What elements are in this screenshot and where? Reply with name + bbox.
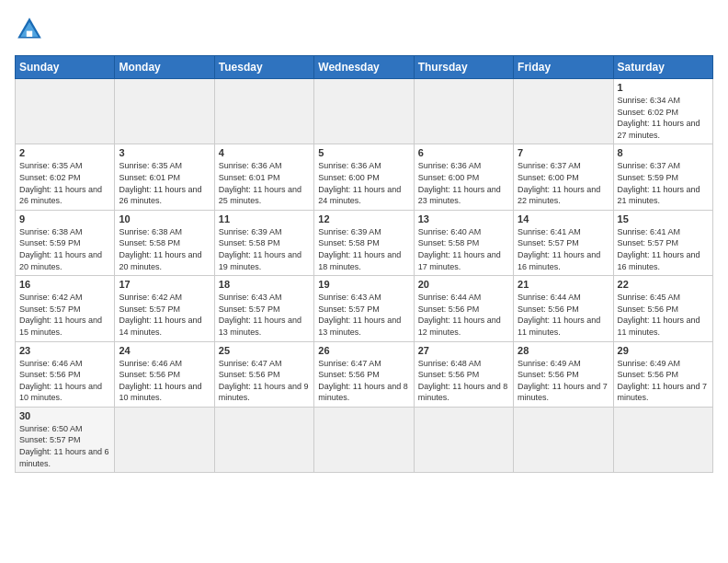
day-info: Sunrise: 6:42 AM Sunset: 5:57 PM Dayligh… — [119, 292, 210, 338]
day-number: 10 — [119, 213, 210, 224]
day-number: 29 — [618, 345, 709, 356]
day-info: Sunrise: 6:40 AM Sunset: 5:58 PM Dayligh… — [418, 226, 509, 272]
day-number: 19 — [318, 279, 409, 290]
day-number: 23 — [19, 345, 110, 356]
day-number: 25 — [219, 345, 310, 356]
calendar-cell — [214, 407, 313, 472]
day-info: Sunrise: 6:49 AM Sunset: 5:56 PM Dayligh… — [618, 358, 709, 404]
page-header — [15, 15, 713, 44]
day-info: Sunrise: 6:39 AM Sunset: 5:58 PM Dayligh… — [318, 226, 409, 272]
calendar-cell: 15Sunrise: 6:41 AM Sunset: 5:57 PM Dayli… — [613, 210, 712, 275]
calendar-cell — [514, 407, 613, 472]
calendar-cell: 14Sunrise: 6:41 AM Sunset: 5:57 PM Dayli… — [514, 210, 613, 275]
day-info: Sunrise: 6:36 AM Sunset: 6:00 PM Dayligh… — [418, 160, 509, 206]
day-number: 22 — [618, 279, 709, 290]
calendar-week-2: 2Sunrise: 6:35 AM Sunset: 6:02 PM Daylig… — [16, 144, 713, 210]
calendar-cell: 27Sunrise: 6:48 AM Sunset: 5:56 PM Dayli… — [414, 341, 513, 407]
calendar-header-row: SundayMondayTuesdayWednesdayThursdayFrid… — [16, 56, 713, 79]
calendar-cell — [613, 407, 712, 472]
day-info: Sunrise: 6:43 AM Sunset: 5:57 PM Dayligh… — [318, 292, 409, 338]
calendar-cell: 1Sunrise: 6:34 AM Sunset: 6:02 PM Daylig… — [613, 79, 712, 144]
calendar-cell: 26Sunrise: 6:47 AM Sunset: 5:56 PM Dayli… — [314, 341, 414, 407]
calendar-cell — [514, 79, 613, 144]
day-number: 5 — [318, 147, 409, 158]
day-header-monday: Monday — [115, 56, 214, 79]
day-info: Sunrise: 6:44 AM Sunset: 5:56 PM Dayligh… — [518, 292, 609, 338]
day-info: Sunrise: 6:47 AM Sunset: 5:56 PM Dayligh… — [219, 358, 310, 404]
calendar-cell: 3Sunrise: 6:35 AM Sunset: 6:01 PM Daylig… — [115, 144, 214, 210]
calendar-cell — [314, 79, 414, 144]
day-info: Sunrise: 6:39 AM Sunset: 5:58 PM Dayligh… — [219, 226, 310, 272]
day-number: 2 — [19, 147, 110, 158]
calendar-cell: 4Sunrise: 6:36 AM Sunset: 6:01 PM Daylig… — [214, 144, 313, 210]
day-number: 1 — [618, 82, 709, 93]
calendar-cell — [414, 407, 513, 472]
calendar-week-1: 1Sunrise: 6:34 AM Sunset: 6:02 PM Daylig… — [16, 79, 713, 144]
day-number: 28 — [518, 345, 609, 356]
calendar-cell — [414, 79, 513, 144]
calendar-cell: 12Sunrise: 6:39 AM Sunset: 5:58 PM Dayli… — [314, 210, 414, 275]
day-info: Sunrise: 6:50 AM Sunset: 5:57 PM Dayligh… — [19, 423, 110, 469]
calendar-cell: 8Sunrise: 6:37 AM Sunset: 5:59 PM Daylig… — [613, 144, 712, 210]
calendar-cell: 20Sunrise: 6:44 AM Sunset: 5:56 PM Dayli… — [414, 276, 513, 341]
calendar-cell: 11Sunrise: 6:39 AM Sunset: 5:58 PM Dayli… — [214, 210, 313, 275]
day-header-tuesday: Tuesday — [214, 56, 313, 79]
calendar-cell: 9Sunrise: 6:38 AM Sunset: 5:59 PM Daylig… — [16, 210, 115, 275]
day-number: 12 — [318, 213, 409, 224]
day-info: Sunrise: 6:47 AM Sunset: 5:56 PM Dayligh… — [318, 358, 409, 404]
calendar-cell: 5Sunrise: 6:36 AM Sunset: 6:00 PM Daylig… — [314, 144, 414, 210]
calendar-week-4: 16Sunrise: 6:42 AM Sunset: 5:57 PM Dayli… — [16, 276, 713, 341]
calendar-cell: 18Sunrise: 6:43 AM Sunset: 5:57 PM Dayli… — [214, 276, 313, 341]
day-info: Sunrise: 6:34 AM Sunset: 6:02 PM Dayligh… — [618, 95, 709, 141]
day-info: Sunrise: 6:41 AM Sunset: 5:57 PM Dayligh… — [518, 226, 609, 272]
day-header-friday: Friday — [514, 56, 613, 79]
day-info: Sunrise: 6:38 AM Sunset: 5:58 PM Dayligh… — [119, 226, 210, 272]
calendar-cell: 21Sunrise: 6:44 AM Sunset: 5:56 PM Dayli… — [514, 276, 613, 341]
calendar-cell: 22Sunrise: 6:45 AM Sunset: 5:56 PM Dayli… — [613, 276, 712, 341]
calendar-week-3: 9Sunrise: 6:38 AM Sunset: 5:59 PM Daylig… — [16, 210, 713, 275]
day-number: 24 — [119, 345, 210, 356]
day-number: 21 — [518, 279, 609, 290]
day-number: 8 — [618, 147, 709, 158]
day-header-sunday: Sunday — [16, 56, 115, 79]
day-info: Sunrise: 6:35 AM Sunset: 6:02 PM Dayligh… — [19, 160, 110, 206]
day-number: 17 — [119, 279, 210, 290]
day-info: Sunrise: 6:41 AM Sunset: 5:57 PM Dayligh… — [618, 226, 709, 272]
calendar-week-6: 30Sunrise: 6:50 AM Sunset: 5:57 PM Dayli… — [16, 407, 713, 472]
logo — [15, 15, 48, 44]
day-info: Sunrise: 6:48 AM Sunset: 5:56 PM Dayligh… — [418, 358, 509, 404]
calendar-table: SundayMondayTuesdayWednesdayThursdayFrid… — [15, 55, 713, 473]
day-number: 30 — [19, 410, 110, 421]
day-info: Sunrise: 6:42 AM Sunset: 5:57 PM Dayligh… — [19, 292, 110, 338]
calendar-cell: 19Sunrise: 6:43 AM Sunset: 5:57 PM Dayli… — [314, 276, 414, 341]
day-info: Sunrise: 6:46 AM Sunset: 5:56 PM Dayligh… — [19, 358, 110, 404]
day-header-thursday: Thursday — [414, 56, 513, 79]
calendar-cell: 28Sunrise: 6:49 AM Sunset: 5:56 PM Dayli… — [514, 341, 613, 407]
calendar-cell — [115, 79, 214, 144]
calendar-cell: 6Sunrise: 6:36 AM Sunset: 6:00 PM Daylig… — [414, 144, 513, 210]
calendar-cell — [115, 407, 214, 472]
calendar-cell: 29Sunrise: 6:49 AM Sunset: 5:56 PM Dayli… — [613, 341, 712, 407]
day-info: Sunrise: 6:49 AM Sunset: 5:56 PM Dayligh… — [518, 358, 609, 404]
day-number: 9 — [19, 213, 110, 224]
calendar-cell: 13Sunrise: 6:40 AM Sunset: 5:58 PM Dayli… — [414, 210, 513, 275]
day-info: Sunrise: 6:36 AM Sunset: 6:01 PM Dayligh… — [219, 160, 310, 206]
day-info: Sunrise: 6:43 AM Sunset: 5:57 PM Dayligh… — [219, 292, 310, 338]
day-number: 3 — [119, 147, 210, 158]
day-number: 6 — [418, 147, 509, 158]
day-number: 27 — [418, 345, 509, 356]
calendar-cell: 30Sunrise: 6:50 AM Sunset: 5:57 PM Dayli… — [16, 407, 115, 472]
day-number: 4 — [219, 147, 310, 158]
calendar-cell: 24Sunrise: 6:46 AM Sunset: 5:56 PM Dayli… — [115, 341, 214, 407]
calendar-cell — [16, 79, 115, 144]
day-header-wednesday: Wednesday — [314, 56, 414, 79]
calendar-cell — [314, 407, 414, 472]
day-number: 15 — [618, 213, 709, 224]
day-info: Sunrise: 6:36 AM Sunset: 6:00 PM Dayligh… — [318, 160, 409, 206]
day-number: 20 — [418, 279, 509, 290]
calendar-cell: 25Sunrise: 6:47 AM Sunset: 5:56 PM Dayli… — [214, 341, 313, 407]
svg-rect-2 — [27, 31, 32, 37]
day-info: Sunrise: 6:37 AM Sunset: 6:00 PM Dayligh… — [518, 160, 609, 206]
day-number: 26 — [318, 345, 409, 356]
day-info: Sunrise: 6:45 AM Sunset: 5:56 PM Dayligh… — [618, 292, 709, 338]
